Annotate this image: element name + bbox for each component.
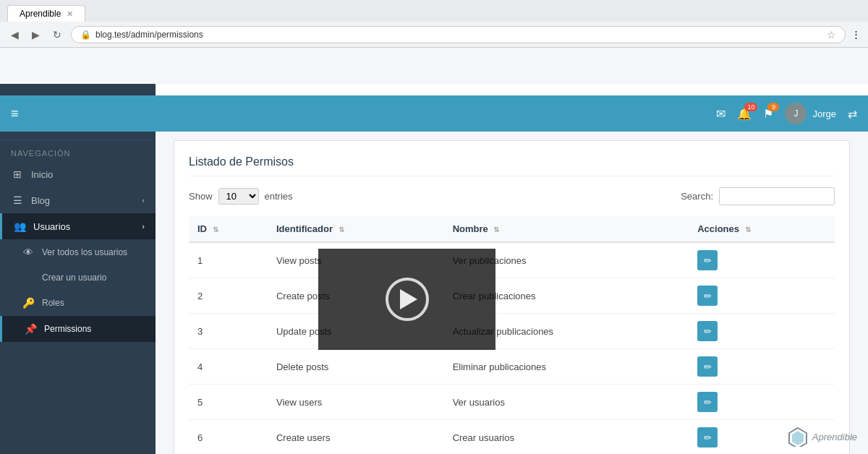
cell-id: 1 (189, 242, 268, 278)
cell-acciones: ✏ (689, 278, 835, 314)
content-box: Listado de Permisos Show 10 25 50 100 en… (174, 140, 850, 454)
roles-icon: 🔑 (22, 297, 35, 309)
permissions-icon: 📌 (24, 323, 37, 335)
cell-nombre: Ver usuarios (444, 385, 689, 420)
back-button[interactable]: ◀ (7, 27, 22, 42)
top-header: ≡ ✉ 🔔 10 ⚑ 9 J Jorge ⇄ (0, 95, 868, 132)
col-acciones[interactable]: Acciones ⇅ (689, 216, 835, 242)
sidebar-item-label: Inicio (31, 169, 53, 180)
col-identificador[interactable]: Identificador ⇅ (268, 216, 444, 242)
table-row: 4 Delete posts Eliminar publicaciones ✏ (189, 349, 835, 385)
bookmark-icon[interactable]: ☆ (827, 29, 836, 40)
table-body: 1 View posts Ver publicaciones ✏ 2 Creat… (189, 242, 835, 454)
active-tab[interactable]: Aprendible ✕ (7, 5, 85, 22)
header-right: ✉ 🔔 10 ⚑ 9 J Jorge ⇄ (716, 103, 857, 124)
share-icon[interactable]: ⇄ (848, 107, 857, 121)
cell-id: 4 (189, 349, 268, 385)
header-username: Jorge (812, 108, 836, 119)
inicio-icon: ⊞ (11, 168, 24, 180)
main-content: Permisos Listado 🏠 Inicio › Permisos Lis… (156, 84, 868, 454)
video-overlay[interactable] (318, 249, 495, 350)
usuarios-arrow-icon: › (142, 222, 145, 231)
col-id[interactable]: ID ⇅ (189, 216, 268, 242)
table-row: 3 Update posts Actualizar publicaciones … (189, 314, 835, 349)
sidebar-item-label: Blog (31, 195, 50, 206)
sidebar-item-ver-todos[interactable]: 👁 Ver todos los usuarios (0, 239, 156, 265)
cell-id: 6 (189, 420, 268, 455)
table-row: 5 View users Ver usuarios ✏ (189, 385, 835, 420)
table-row: 2 Create posts Crear publicaciones ✏ (189, 278, 835, 314)
cell-acciones: ✏ (689, 385, 835, 420)
edit-button[interactable]: ✏ (697, 356, 718, 377)
edit-button[interactable]: ✏ (697, 250, 718, 270)
permissions-table: ID ⇅ Identificador ⇅ Nombre ⇅ (189, 216, 835, 454)
mail-icon: ✉ (716, 108, 726, 120)
sidebar-item-crear-usuario[interactable]: Crear un usuario (0, 265, 156, 290)
lock-icon: 🔒 (80, 30, 91, 40)
content-area: Listado de Permisos Show 10 25 50 100 en… (156, 126, 868, 454)
cell-id: 3 (189, 314, 268, 349)
table-header: ID ⇅ Identificador ⇅ Nombre ⇅ (189, 216, 835, 242)
cell-nombre: Crear usuarios (444, 420, 689, 455)
forward-button[interactable]: ▶ (28, 27, 43, 42)
sidebar-item-label: Roles (42, 298, 64, 308)
bell-icon-button[interactable]: 🔔 10 (737, 107, 752, 121)
sort-nombre-icon: ⇅ (493, 226, 499, 234)
flag-badge: 9 (767, 103, 779, 111)
tab-close-button[interactable]: ✕ (67, 9, 73, 19)
show-entries-control: Show 10 25 50 100 entries (189, 188, 293, 205)
browser-toolbar: ◀ ▶ ↻ 🔒 blog.test/admin/permissions ☆ ⋮ (0, 22, 868, 48)
browser-tabs: Aprendible ✕ (0, 0, 868, 22)
edit-button[interactable]: ✏ (697, 286, 718, 306)
blog-arrow-icon: ‹ (142, 196, 145, 205)
browser-menu-icon[interactable]: ⋮ (851, 29, 861, 40)
show-label: Show (189, 191, 213, 202)
bell-badge: 10 (744, 103, 757, 111)
refresh-button[interactable]: ↻ (49, 27, 65, 42)
cell-identificador: Create users (268, 420, 444, 455)
play-button[interactable] (386, 278, 429, 321)
sidebar-item-permissions[interactable]: 📌 Permissions (0, 316, 156, 342)
nav-section-label: Navegación (0, 140, 156, 161)
mail-icon-button[interactable]: ✉ (716, 107, 726, 121)
sidebar: Jorge Online Navegación ⊞ Inicio ☰ Blog … (0, 84, 156, 454)
edit-button[interactable]: ✏ (697, 427, 718, 447)
cell-identificador: Delete posts (268, 349, 444, 385)
cell-id: 2 (189, 278, 268, 314)
sidebar-item-usuarios[interactable]: 👥 Usuarios › (0, 213, 156, 239)
url-bar[interactable]: 🔒 blog.test/admin/permissions ☆ (71, 26, 846, 43)
table-controls: Show 10 25 50 100 entries Search: (189, 187, 835, 205)
cell-acciones: ✏ (689, 349, 835, 385)
hamburger-button[interactable]: ≡ (11, 106, 19, 121)
watermark: Aprendible (788, 427, 857, 447)
col-nombre[interactable]: Nombre ⇅ (444, 216, 689, 242)
watermark-text: Aprendible (812, 432, 857, 442)
header-avatar: J (785, 103, 807, 124)
search-area: Search: (681, 187, 835, 205)
sidebar-item-label: Permissions (44, 324, 91, 334)
ver-todos-icon: 👁 (22, 247, 35, 258)
edit-button[interactable]: ✏ (697, 321, 718, 341)
sidebar-item-blog[interactable]: ☰ Blog ‹ (0, 187, 156, 213)
tab-label: Aprendible (20, 9, 61, 19)
blog-icon: ☰ (11, 194, 24, 206)
usuarios-icon: 👥 (13, 220, 26, 232)
content-box-title: Listado de Permisos (189, 155, 835, 176)
svg-marker-4 (792, 431, 804, 445)
flag-icon-button[interactable]: ⚑ 9 (763, 107, 773, 121)
sort-id-icon: ⇅ (213, 226, 218, 234)
sort-acciones-icon: ⇅ (745, 226, 751, 234)
edit-button[interactable]: ✏ (697, 392, 718, 412)
user-menu[interactable]: J Jorge (785, 103, 836, 124)
table-row: 1 View posts Ver publicaciones ✏ (189, 242, 835, 278)
search-label: Search: (681, 191, 713, 202)
sidebar-item-roles[interactable]: 🔑 Roles (0, 290, 156, 316)
search-input[interactable] (719, 187, 835, 205)
sidebar-item-label: Usuarios (33, 221, 70, 232)
play-triangle-icon (400, 289, 417, 309)
entries-select[interactable]: 10 25 50 100 (218, 188, 259, 205)
cell-acciones: ✏ (689, 242, 835, 278)
cell-identificador: View users (268, 385, 444, 420)
cell-nombre: Eliminar publicaciones (444, 349, 689, 385)
sidebar-item-inicio[interactable]: ⊞ Inicio (0, 161, 156, 187)
